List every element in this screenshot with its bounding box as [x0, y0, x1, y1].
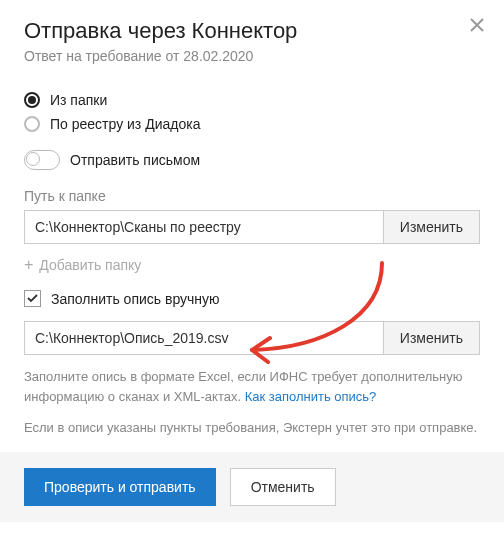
- add-folder-label: Добавить папку: [39, 257, 141, 273]
- path-label: Путь к папке: [24, 188, 480, 204]
- close-icon: [468, 16, 486, 34]
- dialog-title: Отправка через Коннектор: [24, 18, 480, 44]
- source-radio-group: Из папки По реестру из Диадока: [24, 92, 480, 132]
- radio-from-diadoc[interactable]: По реестру из Диадока: [24, 116, 480, 132]
- send-letter-toggle-row: Отправить письмом: [24, 150, 480, 170]
- dialog-footer: Проверить и отправить Отменить: [0, 452, 504, 522]
- change-inventory-button[interactable]: Изменить: [384, 321, 480, 355]
- help-text-body: Заполните опись в формате Excel, если ИФ…: [24, 369, 463, 404]
- toggle-label: Отправить письмом: [70, 152, 200, 168]
- cancel-button[interactable]: Отменить: [230, 468, 336, 506]
- submit-button[interactable]: Проверить и отправить: [24, 468, 216, 506]
- send-letter-toggle[interactable]: [24, 150, 60, 170]
- folder-path-row: Изменить: [24, 210, 480, 244]
- radio-label: По реестру из Диадока: [50, 116, 200, 132]
- radio-from-folder[interactable]: Из папки: [24, 92, 480, 108]
- change-folder-button[interactable]: Изменить: [384, 210, 480, 244]
- radio-icon: [24, 116, 40, 132]
- send-via-connector-dialog: Отправка через Коннектор Ответ на требов…: [0, 0, 504, 522]
- inventory-path-row: Изменить: [24, 321, 480, 355]
- plus-icon: +: [24, 256, 33, 274]
- add-folder-link[interactable]: + Добавить папку: [24, 256, 480, 274]
- radio-label: Из папки: [50, 92, 107, 108]
- help-text: Заполните опись в формате Excel, если ИФ…: [24, 367, 480, 406]
- folder-path-input[interactable]: [24, 210, 384, 244]
- close-button[interactable]: [468, 16, 486, 34]
- manual-inventory-checkbox-row[interactable]: Заполнить опись вручную: [24, 290, 480, 307]
- checkbox-icon: [24, 290, 41, 307]
- radio-icon: [24, 92, 40, 108]
- help-link[interactable]: Как заполнить опись?: [245, 389, 377, 404]
- note-text: Если в описи указаны пункты требования, …: [24, 418, 480, 438]
- check-icon: [27, 293, 38, 304]
- manual-inventory-label: Заполнить опись вручную: [51, 291, 220, 307]
- inventory-path-input[interactable]: [24, 321, 384, 355]
- dialog-subtitle: Ответ на требование от 28.02.2020: [24, 48, 480, 64]
